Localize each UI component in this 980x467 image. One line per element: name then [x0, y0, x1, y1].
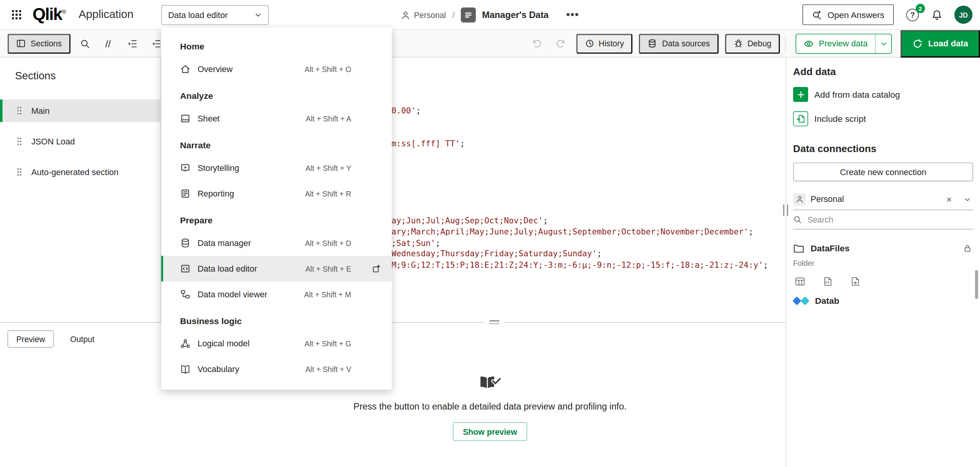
- include-script-label: Include script: [814, 114, 866, 124]
- sections-toggle-label: Sections: [31, 39, 62, 48]
- reload-icon: [913, 38, 923, 48]
- load-data-label: Load data: [928, 39, 968, 48]
- space-filter-select[interactable]: Personal ×: [793, 191, 973, 210]
- user-avatar[interactable]: JD: [954, 6, 972, 24]
- preview-data-button[interactable]: Preview data: [796, 34, 875, 53]
- help-button[interactable]: ? 2: [906, 8, 920, 21]
- connection-partial-name: Datab: [815, 296, 840, 306]
- nav-menu-item[interactable]: Data manager Alt + Shift + D: [161, 230, 392, 256]
- menu-section-header: Narrate: [161, 131, 392, 155]
- data-preview-panel: Preview Output Press the button to enabl…: [0, 322, 786, 467]
- search-icon[interactable]: [75, 34, 94, 53]
- connection-search-input[interactable]: [807, 215, 933, 224]
- nav-item-label: Sheet: [198, 114, 220, 123]
- chevron-down-icon: [254, 11, 262, 19]
- nav-item-icon: [180, 338, 191, 349]
- export-connection-icon[interactable]: [849, 276, 861, 287]
- book-check-icon: [477, 375, 502, 392]
- breadcrumb-space[interactable]: Personal: [414, 10, 446, 20]
- scrollbar-thumb[interactable]: [975, 270, 978, 299]
- registered-mark: ®: [62, 9, 66, 15]
- nav-menu-item[interactable]: Overview Alt + Shift + O: [161, 56, 392, 82]
- space-person-icon: [401, 10, 410, 20]
- nav-menu-item[interactable]: Vocabulary Alt + Shift + V: [161, 357, 392, 382]
- nav-item-icon: [180, 238, 191, 248]
- view-selector-dropdown[interactable]: Data load editor: [161, 5, 269, 25]
- open-in-new-tab-icon[interactable]: [372, 264, 381, 273]
- more-options-icon[interactable]: •••: [566, 9, 579, 21]
- section-name: JSON Load: [31, 137, 75, 146]
- nav-item-icon: [180, 188, 191, 199]
- tab-preview[interactable]: Preview: [8, 330, 54, 348]
- menu-section-header: Prepare: [161, 206, 392, 230]
- menu-section-header: Business logic: [161, 307, 392, 331]
- nav-menu-item[interactable]: Reporting Alt + Shift + R: [161, 181, 392, 206]
- nav-menu-item[interactable]: Data load editor Alt + Shift + E: [161, 256, 392, 282]
- whats-new-badge: 2: [916, 3, 925, 13]
- tab-output[interactable]: Output: [70, 334, 95, 344]
- nav-menu-item[interactable]: Storytelling Alt + Shift + Y: [161, 155, 392, 181]
- eye-icon: [804, 38, 814, 48]
- preview-data-caret[interactable]: [875, 34, 891, 53]
- select-data-table-icon[interactable]: [794, 276, 805, 287]
- section-list-item[interactable]: Auto-generated section: [0, 161, 161, 184]
- add-from-catalog-row[interactable]: Add from data catalog: [786, 87, 980, 102]
- panel-resize-handle[interactable]: [485, 318, 504, 326]
- nav-item-icon: [180, 364, 191, 375]
- app-launcher-icon[interactable]: [8, 6, 25, 24]
- connection-item-partial[interactable]: Datab: [786, 296, 980, 306]
- drag-handle-icon[interactable]: [16, 106, 22, 116]
- history-button[interactable]: History: [576, 33, 633, 53]
- diamond-logo-teal-icon: [800, 297, 809, 305]
- drag-handle-icon[interactable]: [16, 136, 22, 146]
- bug-icon: [734, 39, 743, 48]
- open-answers-button[interactable]: Open Answers: [802, 4, 893, 25]
- connection-name: DataFiles: [811, 243, 850, 253]
- redo-icon[interactable]: [551, 34, 570, 53]
- panel-splitter-handle[interactable]: [783, 205, 788, 216]
- breadcrumb: Personal / Manager's Data •••: [401, 0, 579, 30]
- connections-list: DataFiles Folder Datab: [786, 238, 980, 311]
- debug-button[interactable]: Debug: [725, 33, 780, 53]
- nav-item-icon: [180, 263, 191, 274]
- topbar-actions: Open Answers ? 2 JD: [802, 4, 972, 25]
- drag-handle-icon[interactable]: [16, 167, 22, 177]
- nav-item-icon: [180, 64, 191, 75]
- load-data-button[interactable]: Load data: [901, 30, 980, 57]
- section-list-item[interactable]: Main: [0, 100, 161, 122]
- nav-item-label: Data load editor: [198, 264, 257, 273]
- connection-item-datafiles[interactable]: DataFiles: [786, 238, 980, 258]
- app-icon: [461, 8, 476, 23]
- search-small-icon: [793, 215, 802, 224]
- comment-icon[interactable]: [99, 34, 118, 53]
- connection-type: Folder: [786, 259, 980, 268]
- database-icon: [648, 39, 657, 48]
- create-connection-button[interactable]: Create new connection: [793, 162, 973, 181]
- indent-icon[interactable]: [123, 34, 142, 53]
- answers-sparkle-search-icon: [812, 10, 822, 20]
- section-list-item[interactable]: JSON Load: [0, 130, 161, 153]
- nav-item-shortcut: Alt + Shift + E: [305, 264, 351, 273]
- nav-menu-item[interactable]: Sheet Alt + Shift + A: [161, 106, 392, 131]
- notifications-bell-icon[interactable]: [931, 9, 942, 20]
- data-sources-button[interactable]: Data sources: [639, 33, 719, 53]
- navigation-dropdown-menu: Home Overview Alt + Shift + O Analyze Sh…: [161, 28, 392, 390]
- nav-item-icon: [180, 162, 191, 173]
- add-from-catalog-label: Add from data catalog: [814, 89, 900, 99]
- nav-menu-item[interactable]: Data model viewer Alt + Shift + M: [161, 282, 392, 307]
- clear-space-filter-icon[interactable]: ×: [946, 195, 952, 204]
- include-script-row[interactable]: Include script: [786, 111, 980, 126]
- nav-menu-item[interactable]: Logical model Alt + Shift + G: [161, 331, 392, 357]
- connection-search-row: [793, 210, 973, 230]
- nav-item-label: Storytelling: [198, 163, 239, 172]
- space-filter-value: Personal: [811, 195, 844, 204]
- edit-script-icon[interactable]: [822, 276, 833, 287]
- undo-icon[interactable]: [528, 34, 546, 53]
- show-preview-button[interactable]: Show preview: [453, 422, 527, 441]
- top-bar: Qlik® Application Data load editor Perso…: [0, 0, 980, 30]
- nav-item-label: Logical model: [198, 339, 250, 348]
- space-chevron-down-icon[interactable]: [964, 195, 972, 203]
- connection-actions: [786, 276, 980, 287]
- nav-item-label: Data model viewer: [198, 290, 268, 299]
- sections-toggle-button[interactable]: Sections: [8, 33, 71, 53]
